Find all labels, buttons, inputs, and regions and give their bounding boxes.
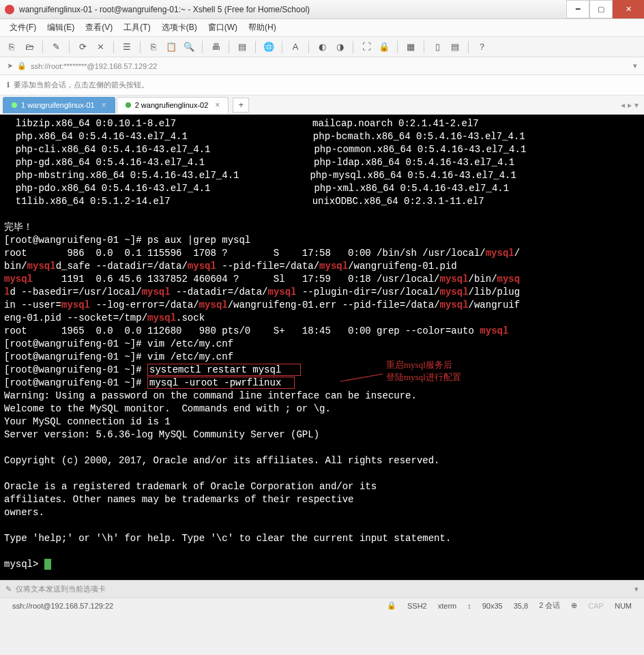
menu-view[interactable]: 查看(V) — [81, 20, 117, 35]
copy-icon[interactable]: ⎘ — [147, 41, 160, 53]
annotation-text: 重启mysql服务后登陆mysql进行配置 — [386, 359, 461, 383]
svg-point-0 — [5, 5, 14, 14]
addr-arrow-icon[interactable]: ➤ — [7, 61, 13, 70]
properties-icon[interactable]: ☰ — [121, 41, 133, 53]
status-num: NUM — [615, 602, 632, 610]
tab-next-icon[interactable]: ▸ — [628, 100, 632, 110]
send-text: 仅将文本发送到当前选项卡 — [16, 584, 106, 594]
status-pos: 35,8 — [514, 602, 528, 610]
reconnect-icon[interactable]: ⟳ — [76, 41, 89, 53]
send-icon[interactable]: ✎ — [5, 585, 12, 594]
log-icon[interactable]: ▤ — [236, 41, 248, 53]
new-tab-button[interactable]: + — [233, 98, 249, 113]
tab-nav: ◂ ▸ ▾ — [621, 100, 644, 110]
tab-list-icon[interactable]: ▾ — [634, 100, 639, 110]
minimize-button[interactable]: ━ — [566, 0, 589, 18]
disconnect-icon[interactable]: ⨯ — [94, 41, 106, 53]
tab-close-icon[interactable]: × — [215, 100, 220, 110]
status-dot-icon — [126, 102, 131, 108]
lock-icon[interactable]: 🔒 — [378, 41, 390, 53]
terminal[interactable]: libzip.x86_64 0:0.10.1-8.el7mailcap.noar… — [0, 115, 644, 580]
window-title: wangruifenglinux-01 - root@wangruifeng-0… — [19, 5, 566, 14]
status-conn: ssh://root@192.168.57.129:22 — [12, 602, 113, 610]
annotation-arrow — [340, 373, 383, 381]
open-icon[interactable]: 🗁 — [23, 41, 35, 53]
tab-bar: 1 wangruifenglinux-01 × 2 wangrufienglin… — [0, 96, 644, 115]
menu-file[interactable]: 文件(F) — [5, 20, 40, 35]
cursor — [44, 559, 51, 570]
tab-label: 1 wangruifenglinux-01 — [21, 101, 95, 109]
status-sessions: 2 会话 — [539, 600, 560, 611]
globe-icon[interactable]: 🌐 — [263, 41, 275, 53]
tab-session-1[interactable]: 1 wangruifenglinux-01 × — [3, 97, 115, 113]
find-icon[interactable]: 🔍 — [183, 41, 195, 53]
fullscreen-icon[interactable]: ⛶ — [360, 41, 372, 53]
close-button[interactable]: ✕ — [613, 0, 644, 18]
send-dropdown-icon[interactable]: ▾ — [634, 585, 639, 594]
app-icon — [4, 4, 15, 15]
tab-close-icon[interactable]: × — [102, 100, 106, 110]
status-ssh: SSH2 — [407, 602, 427, 610]
menu-tab[interactable]: 选项卡(B) — [158, 20, 201, 35]
font-icon[interactable]: A — [289, 41, 302, 53]
layout-icon[interactable]: ▯ — [431, 41, 443, 53]
hint-bar: ℹ 要添加当前会话，点击左侧的箭头按钮。 — [0, 75, 644, 96]
help-icon[interactable]: ？ — [475, 41, 488, 53]
status-size: 90x35 — [482, 602, 503, 610]
status-term: xterm — [438, 602, 457, 610]
tab-label: 2 wangrufienglinux-02 — [135, 101, 209, 109]
calc-icon[interactable]: ▦ — [405, 41, 417, 53]
status-cap: CAP — [588, 602, 604, 610]
menu-tools[interactable]: 工具(T) — [119, 20, 154, 35]
status-lock-icon: 🔒 — [387, 601, 396, 610]
menu-help[interactable]: 帮助(H) — [244, 20, 280, 35]
theme-icon[interactable]: ◑ — [334, 41, 346, 53]
send-bar: ✎ 仅将文本发送到当前选项卡 ▾ — [0, 580, 644, 598]
status-add-icon[interactable]: ⊕ — [571, 601, 577, 610]
address-text[interactable]: ssh://root:********@192.168.57.129:22 — [31, 62, 157, 70]
maximize-button[interactable]: ▢ — [589, 0, 613, 18]
menu-edit[interactable]: 编辑(E) — [43, 20, 78, 35]
hint-text: 要添加当前会话，点击左侧的箭头按钮。 — [14, 80, 149, 90]
info-icon: ℹ — [7, 81, 10, 89]
tab-prev-icon[interactable]: ◂ — [621, 100, 625, 110]
menu-window[interactable]: 窗口(W) — [204, 20, 241, 35]
address-bar: ➤ 🔒 ssh://root:********@192.168.57.129:2… — [0, 57, 644, 75]
color-icon[interactable]: ◐ — [316, 41, 328, 53]
addr-dropdown-icon[interactable]: ▾ — [633, 61, 637, 70]
status-dot-icon — [12, 102, 17, 108]
lock-small-icon: 🔒 — [17, 61, 27, 70]
paste-icon[interactable]: 📋 — [165, 41, 177, 53]
menu-bar: 文件(F) 编辑(E) 查看(V) 工具(T) 选项卡(B) 窗口(W) 帮助(… — [0, 19, 644, 37]
status-bar: ssh://root@192.168.57.129:22 🔒 SSH2 xter… — [0, 598, 644, 613]
print-icon[interactable]: 🖶 — [209, 41, 222, 53]
titlebar: wangruifenglinux-01 - root@wangruifeng-0… — [0, 0, 644, 19]
wand-icon[interactable]: ✎ — [50, 41, 62, 53]
status-size-icon: ↕ — [467, 602, 471, 610]
cascade-icon[interactable]: ▤ — [449, 41, 461, 53]
toolbar: ⎘ 🗁 ✎ ⟳ ⨯ ☰ ⎘ 📋 🔍 🖶 ▤ 🌐 A ◐ ◑ ⛶ 🔒 ▦ ▯ ▤ … — [0, 37, 644, 57]
tab-session-2[interactable]: 2 wangrufienglinux-02 × — [117, 97, 229, 113]
new-icon[interactable]: ⎘ — [5, 41, 18, 53]
